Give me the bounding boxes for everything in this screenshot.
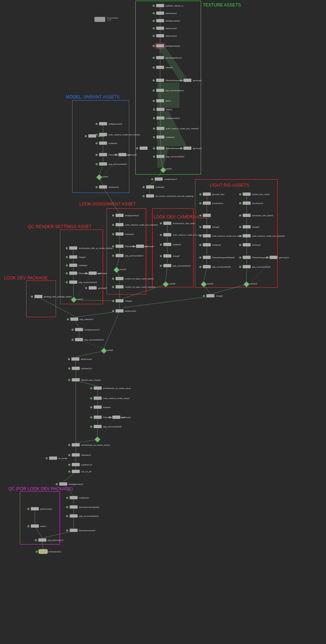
node-chip[interactable]: [59, 482, 67, 486]
node-chip[interactable]: [115, 223, 124, 227]
node-qcblock-13[interactable]: blockreturncancelpath1: [69, 505, 99, 509]
node-model-9[interactable]: attribnams5: [99, 185, 119, 189]
node-lightrig_right-1[interactable]: translcolors2: [242, 201, 263, 205]
node-chip[interactable]: [70, 317, 79, 321]
node-qcblock-5[interactable]: pdg_commonattribs8: [93, 425, 121, 428]
node-chip[interactable]: [163, 242, 172, 246]
node-qcblock-4[interactable]: gennoop6: [112, 415, 130, 419]
node-chip[interactable]: [156, 154, 165, 158]
node-chip[interactable]: [156, 11, 164, 15]
node-chip[interactable]: [242, 243, 251, 247]
node-chip[interactable]: [156, 26, 164, 30]
node-chip[interactable]: [69, 280, 78, 284]
node-lightrig_left-0[interactable]: gencolor_ldev: [202, 192, 224, 196]
node-chip[interactable]: [242, 265, 251, 269]
node-chip[interactable]: [115, 254, 124, 258]
node-chip[interactable]: [139, 146, 148, 150]
node-midstream-5[interactable]: attribsnoise5: [115, 309, 136, 313]
node-chip[interactable]: [202, 192, 211, 196]
node-tex-11[interactable]: attrib1: [156, 99, 171, 103]
node-lookassign-8[interactable]: context_ufl_types_cache_detche: [115, 277, 154, 281]
node-midstream-1[interactable]: buildtree9: [146, 185, 164, 189]
node-chip[interactable]: [156, 116, 165, 120]
node-lightrig_right-5[interactable]: buildtree4: [242, 243, 261, 247]
node-tex-15[interactable]: buildtree4: [156, 135, 174, 139]
node-qcrender-0[interactable]: resGenerator_ldev_qc_render_settings: [69, 246, 113, 250]
node-lookassign-2[interactable]: buildtree6: [115, 232, 134, 236]
node-chip[interactable]: [156, 107, 165, 111]
node-chip[interactable]: [71, 357, 80, 361]
node-qcblock-15[interactable]: blockreturncancel7: [69, 528, 96, 532]
node-chip[interactable]: [163, 233, 172, 237]
node-chip[interactable]: [99, 141, 107, 145]
node-lightrig_left-6[interactable]: FilterattrKeepandFlatten8: [202, 255, 234, 259]
node-chip[interactable]: [183, 78, 192, 82]
node-lightrig_right-3[interactable]: charge3: [242, 225, 259, 229]
switch-node-midstream-9[interactable]: [101, 347, 107, 354]
node-lookassign-5[interactable]: pdg_commonattribs4: [115, 254, 143, 258]
node-lightrig_left-4[interactable]: order_stream1_model_and_variants6: [202, 234, 245, 238]
node-chip[interactable]: [75, 328, 83, 332]
node-model-0[interactable]: collapsenodes5: [99, 122, 122, 126]
node-midstream-11[interactable]: attribsmore6: [71, 357, 92, 361]
node-midstream-3[interactable]: charge4: [206, 294, 223, 298]
node-tex-18[interactable]: gennoop3: [183, 146, 201, 150]
node-lightrig_right-8[interactable]: pdg_commonattribs9: [242, 265, 270, 269]
node-qcblock-1[interactable]: order_stream2_render_setup1: [93, 396, 130, 400]
node-chip[interactable]: [202, 225, 211, 229]
node-lookdevcam-3[interactable]: charge7: [163, 254, 180, 258]
node-tail-0[interactable]: entGenerator1: [39, 550, 61, 553]
node-chip[interactable]: [115, 244, 124, 248]
node-chip[interactable]: [163, 254, 172, 258]
node-lookdevcam-0[interactable]: entGenerator_ldev_cams: [163, 221, 195, 225]
node-tex-9[interactable]: gennoop2: [183, 78, 201, 82]
node-qcrender-2[interactable]: buildtree2: [69, 263, 87, 267]
node-midstream-6[interactable]: pdg_collection1: [70, 317, 93, 321]
node-qcrender-5[interactable]: pdg_commonattribs5: [69, 280, 97, 284]
node-chip[interactable]: [183, 146, 192, 150]
node-tex-14[interactable]: order_stream1_model_and_variants2: [156, 126, 199, 130]
node-midstream-8[interactable]: pdg_commonattribs12: [75, 338, 104, 342]
node-chip[interactable]: [69, 528, 78, 532]
node-chip[interactable]: [31, 524, 39, 528]
node-chip[interactable]: [242, 213, 251, 217]
node-chip[interactable]: [156, 44, 164, 48]
node-qcblock-17[interactable]: qc_render: [49, 456, 67, 460]
node-chip[interactable]: [115, 309, 124, 313]
node-chip[interactable]: [156, 146, 165, 150]
node-chip[interactable]: [88, 271, 97, 275]
node-lightrig_left-5[interactable]: buildtree3: [202, 243, 221, 247]
node-qcldev-1[interactable]: expect: [31, 524, 46, 528]
node-lightrig_left-3[interactable]: charge2: [202, 225, 219, 229]
node-qcblock-10[interactable]: pull_cut_ref: [71, 469, 91, 473]
node-chip[interactable]: [69, 255, 78, 259]
node-qcblock-0[interactable]: entGenerator_qc_render_setup: [93, 386, 131, 390]
node-lightrig_left-1[interactable]: translcolors1: [202, 201, 223, 205]
node-chip[interactable]: [99, 122, 107, 126]
node-lightrig_right-7[interactable]: gennoop11: [269, 255, 289, 259]
node-lookdevcam-2[interactable]: buildtree7: [163, 242, 181, 246]
node-chip[interactable]: [71, 378, 80, 382]
node-qcblock-11[interactable]: framegenerator1: [59, 482, 83, 486]
node-chip[interactable]: [112, 415, 121, 419]
node-chip[interactable]: [242, 234, 251, 238]
node-lightrig_right-0[interactable]: replace_ldev_studio: [242, 192, 270, 196]
node-chip[interactable]: [156, 56, 164, 60]
node-lightrig_right-4[interactable]: order_stream1_model_and_variants5: [242, 234, 285, 238]
node-tex-10[interactable]: pdg_commonattribs1: [156, 88, 184, 92]
node-chip[interactable]: [202, 255, 211, 259]
node-qcrender-4[interactable]: gennoop6: [88, 271, 107, 275]
node-lookdevcam-4[interactable]: pdg_commonattribs7: [163, 264, 191, 268]
node-midstream-2[interactable]: bld_texture_component_and_file_mappings: [146, 194, 194, 198]
node-chip[interactable]: [115, 299, 124, 303]
node-model-6[interactable]: pdg_commonattribs3: [99, 162, 127, 166]
node-chip[interactable]: [202, 234, 211, 238]
node-chip[interactable]: [31, 507, 39, 511]
node-tex-6[interactable]: blendtrailpatterns2: [156, 56, 182, 60]
node-chip[interactable]: [69, 496, 78, 500]
node-tex-3[interactable]: attribsnoise2: [156, 26, 177, 30]
node-chip[interactable]: [93, 415, 102, 419]
node-chip[interactable]: [69, 271, 78, 275]
node-qcblock-14[interactable]: pdg_commonattribs10: [69, 514, 98, 518]
node-tex-16[interactable]: [139, 146, 148, 150]
